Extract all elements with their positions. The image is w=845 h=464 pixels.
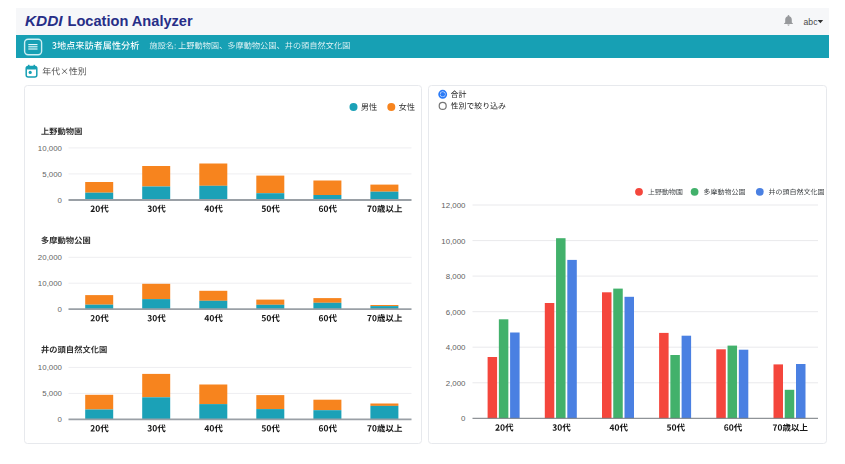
svg-text:10,000: 10,000 bbox=[38, 144, 63, 153]
svg-text:Location Analyzer: Location Analyzer bbox=[68, 13, 193, 29]
svg-text:0: 0 bbox=[58, 415, 63, 424]
svg-text:20,000: 20,000 bbox=[38, 253, 63, 262]
svg-text:6,000: 6,000 bbox=[446, 308, 466, 317]
svg-text:10,000: 10,000 bbox=[38, 363, 63, 372]
svg-text:5,000: 5,000 bbox=[42, 170, 62, 179]
svg-text:KDDI: KDDI bbox=[25, 12, 63, 29]
svg-text:8,000: 8,000 bbox=[446, 272, 466, 281]
svg-text:4,000: 4,000 bbox=[446, 343, 466, 352]
svg-text:5,000: 5,000 bbox=[42, 389, 62, 398]
svg-text:10,000: 10,000 bbox=[38, 279, 63, 288]
svg-text:0: 0 bbox=[58, 305, 63, 314]
svg-text:10,000: 10,000 bbox=[441, 237, 466, 246]
svg-text:2,000: 2,000 bbox=[446, 379, 466, 388]
svg-text:0: 0 bbox=[58, 196, 63, 205]
svg-text:0: 0 bbox=[461, 414, 466, 423]
svg-text:12,000: 12,000 bbox=[441, 201, 466, 210]
svg-text:abc: abc bbox=[804, 17, 819, 27]
